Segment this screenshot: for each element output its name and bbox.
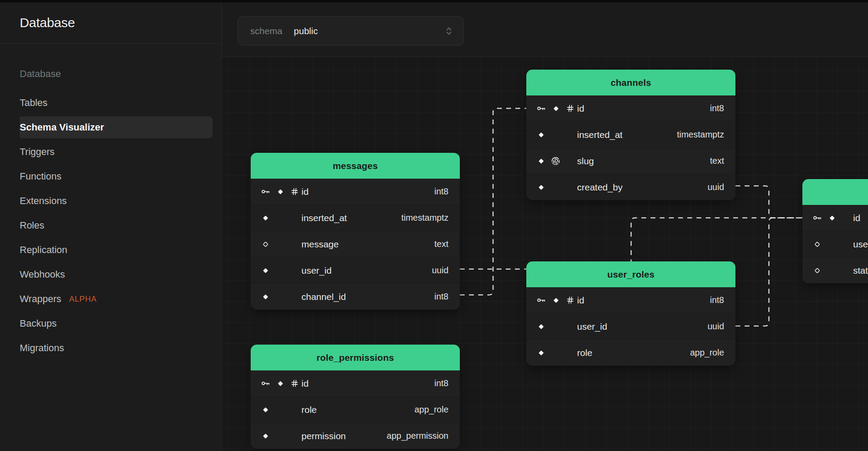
table-node-role_permissions[interactable]: role_permissionsidint8roleapp_rolepermis… bbox=[251, 345, 460, 449]
sidebar-item-webhooks[interactable]: Webhooks bbox=[9, 262, 213, 287]
table-node-users[interactable]: usersidusernamestatus bbox=[802, 179, 868, 283]
hash-icon bbox=[566, 296, 574, 304]
table-node-channels[interactable]: channelsidint8inserted_attimestamptzslug… bbox=[526, 70, 735, 200]
column-icons bbox=[537, 183, 577, 192]
diamond-filled-icon bbox=[261, 432, 270, 440]
column-icons bbox=[261, 432, 301, 440]
table-header: channels bbox=[526, 70, 735, 95]
column-row-user_roles-user_id: user_iduuid bbox=[526, 313, 735, 339]
sidebar: Database Database TablesSchema Visualize… bbox=[0, 2, 222, 451]
column-type: uuid bbox=[432, 265, 460, 275]
column-icons bbox=[261, 379, 301, 388]
column-name: id bbox=[301, 187, 308, 197]
sidebar-item-triggers[interactable]: Triggers bbox=[9, 140, 213, 164]
key-icon bbox=[261, 379, 270, 388]
diamond-filled-icon bbox=[537, 183, 546, 192]
diamond-outline-icon bbox=[261, 240, 270, 249]
table-title: channels bbox=[611, 78, 651, 88]
sidebar-item-backups[interactable]: Backups bbox=[9, 311, 213, 336]
column-icons bbox=[537, 104, 577, 113]
diamond-filled-icon bbox=[276, 379, 285, 388]
column-row-users-username: username bbox=[802, 231, 868, 257]
diamond-filled-icon bbox=[828, 214, 836, 222]
column-row-users-status: status bbox=[802, 257, 868, 283]
sidebar-item-functions[interactable]: Functions bbox=[9, 164, 213, 189]
diamond-filled-icon bbox=[261, 266, 270, 275]
column-name: username bbox=[853, 239, 868, 250]
sidebar-item-schema-visualizer[interactable]: Schema Visualizer bbox=[9, 115, 213, 140]
column-row-messages-user_id: user_iduuid bbox=[251, 257, 460, 283]
column-type: app_role bbox=[690, 348, 735, 358]
fingerprint-icon bbox=[551, 157, 560, 166]
sidebar-item-label: Roles bbox=[20, 220, 44, 231]
column-type: text bbox=[434, 239, 460, 249]
column-icons bbox=[537, 157, 577, 166]
column-icons bbox=[261, 405, 301, 414]
diamond-filled-icon bbox=[537, 322, 546, 331]
sidebar-item-extensions[interactable]: Extensions bbox=[9, 189, 213, 213]
diamond-filled-icon bbox=[537, 349, 546, 357]
schema-toolbar: schema public bbox=[222, 2, 868, 57]
column-name: inserted_at bbox=[301, 213, 347, 223]
column-name: status bbox=[853, 265, 868, 276]
column-row-channels-id: idint8 bbox=[526, 95, 735, 121]
column-type: uuid bbox=[707, 182, 735, 192]
diamond-filled-icon bbox=[537, 130, 546, 139]
sidebar-item-label: Replication bbox=[20, 244, 67, 256]
column-icons bbox=[537, 349, 577, 357]
column-name: channel_id bbox=[301, 292, 346, 302]
column-name: role bbox=[301, 405, 317, 415]
column-name: permission bbox=[301, 431, 346, 441]
diamond-filled-icon bbox=[261, 405, 270, 414]
diamond-filled-icon bbox=[552, 296, 560, 305]
key-icon bbox=[813, 213, 822, 222]
column-row-messages-inserted_at: inserted_attimestamptz bbox=[251, 204, 460, 231]
schema-select-label: schema bbox=[250, 26, 283, 36]
diamond-filled-icon bbox=[552, 104, 560, 113]
table-node-messages[interactable]: messagesidint8inserted_attimestamptzmess… bbox=[251, 153, 460, 310]
column-icons bbox=[261, 240, 301, 249]
alpha-badge: ALPHA bbox=[69, 295, 97, 304]
schema-canvas[interactable]: messagesidint8inserted_attimestamptzmess… bbox=[222, 57, 868, 451]
column-type: int8 bbox=[710, 295, 735, 305]
sidebar-item-replication[interactable]: Replication bbox=[9, 238, 213, 262]
sidebar-item-migrations[interactable]: Migrations bbox=[9, 336, 213, 360]
diamond-filled-icon bbox=[261, 292, 270, 301]
sidebar-item-label: Wrappers bbox=[20, 293, 61, 305]
column-row-users-id: id bbox=[802, 205, 868, 231]
schema-select[interactable]: schema public bbox=[238, 16, 464, 46]
column-row-channels-slug: slugtext bbox=[526, 148, 735, 174]
column-row-messages-message: messagetext bbox=[251, 231, 460, 257]
column-icons bbox=[537, 322, 577, 331]
column-name: slug bbox=[577, 156, 594, 166]
sidebar-item-roles[interactable]: Roles bbox=[9, 213, 213, 238]
edge-messages.channel_id-to-channels.id bbox=[460, 109, 526, 295]
sidebar-item-wrappers[interactable]: WrappersALPHA bbox=[9, 287, 213, 311]
column-name: created_by bbox=[577, 182, 623, 193]
key-icon bbox=[537, 296, 546, 305]
hash-icon bbox=[566, 104, 574, 113]
sidebar-item-tables[interactable]: Tables bbox=[9, 91, 213, 115]
table-node-user_roles[interactable]: user_rolesidint8user_iduuidroleapp_role bbox=[526, 261, 735, 366]
table-title: role_permissions bbox=[316, 352, 394, 363]
column-type: int8 bbox=[434, 292, 460, 302]
hash-icon bbox=[290, 187, 299, 196]
column-row-messages-id: idint8 bbox=[251, 179, 460, 204]
column-type: app_permission bbox=[387, 431, 460, 441]
hash-icon bbox=[290, 379, 299, 388]
page-title: Database bbox=[0, 15, 75, 30]
sidebar-header: Database bbox=[0, 2, 221, 44]
column-type: text bbox=[710, 156, 735, 166]
column-type: uuid bbox=[707, 321, 735, 331]
table-header: users bbox=[802, 179, 868, 205]
column-name: id bbox=[577, 103, 584, 114]
column-icons bbox=[813, 213, 853, 222]
column-name: role bbox=[577, 348, 592, 358]
diamond-filled-icon bbox=[261, 214, 270, 222]
column-type: timestamptz bbox=[677, 130, 735, 140]
column-row-role_permissions-id: idint8 bbox=[251, 370, 460, 396]
column-icons bbox=[813, 266, 853, 275]
sidebar-item-label: Triggers bbox=[20, 146, 55, 158]
column-row-messages-channel_id: channel_idint8 bbox=[251, 283, 460, 310]
column-type: int8 bbox=[434, 187, 460, 197]
